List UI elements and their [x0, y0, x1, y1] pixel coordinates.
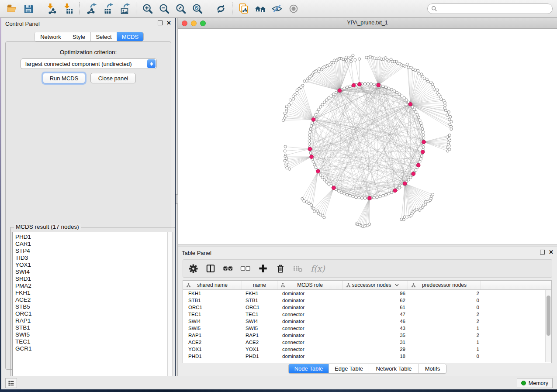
table-row[interactable]: SWI4SWI4dominator462: [183, 318, 551, 325]
table-row[interactable]: STB1STB1dominator620: [183, 297, 551, 304]
mcds-result-item[interactable]: SRD1: [13, 275, 167, 282]
close-icon[interactable]: ✕: [166, 21, 171, 25]
add-column-button[interactable]: [257, 263, 269, 274]
table-row[interactable]: RAP1RAP1dominator352: [183, 332, 551, 339]
delete-column-button[interactable]: [275, 263, 286, 274]
column-type-icon: [280, 283, 285, 288]
delete-table-button[interactable]: [292, 263, 304, 274]
column-header-name[interactable]: name: [242, 281, 277, 289]
table-row[interactable]: ORC1ORC1dominator610: [183, 304, 551, 311]
function-builder-button[interactable]: f(x): [311, 264, 325, 273]
zoom-fit-button[interactable]: [173, 1, 189, 16]
tab-network-table[interactable]: Network Table: [369, 364, 419, 373]
mcds-result-item[interactable]: ACE2: [13, 296, 167, 303]
tab-node-table[interactable]: Node Table: [289, 364, 329, 373]
zoom-selected-button[interactable]: [189, 1, 206, 16]
export-image-button[interactable]: [116, 1, 133, 16]
column-header-mcds-role[interactable]: MCDS role: [277, 281, 343, 289]
new-network-from-selection-icon: [238, 3, 249, 14]
tab-mcds[interactable]: MCDS: [117, 32, 143, 41]
table-row[interactable]: YOX1YOX1connector291: [183, 346, 551, 353]
mcds-result-item[interactable]: PHD1: [13, 234, 167, 241]
table-cell: dominator: [277, 318, 343, 325]
mcds-result-item[interactable]: PMA2: [13, 282, 167, 289]
table-cell: 47: [343, 311, 408, 318]
table-cell: FKH1: [242, 290, 277, 297]
import-table-icon: [62, 3, 74, 14]
desktop-wallpaper-bottom: [0, 389, 557, 392]
select-all-button[interactable]: [222, 263, 234, 274]
mcds-result-item[interactable]: GCR1: [13, 345, 167, 352]
import-table-button[interactable]: [60, 1, 76, 16]
mcds-result-item[interactable]: FKH1: [13, 289, 167, 296]
search-input[interactable]: [437, 4, 552, 13]
table-cell: ACE2: [242, 339, 277, 346]
status-bar: Memory: [0, 376, 557, 389]
table-scrollbar[interactable]: [545, 290, 551, 362]
hide-selected-button[interactable]: [269, 1, 285, 16]
deselect-all-button[interactable]: [240, 263, 251, 274]
table-row[interactable]: ACE2ACE2connector311: [183, 339, 551, 346]
mcds-result-item[interactable]: SWI4: [13, 268, 167, 275]
table-row[interactable]: SWI5SWI5connector431: [183, 325, 551, 332]
mcds-result-item[interactable]: RAP1: [13, 317, 167, 324]
column-header-successor-nodes[interactable]: successor nodes: [343, 281, 408, 289]
column-header-predecessor-nodes[interactable]: predecessor nodes: [408, 281, 481, 289]
table-row[interactable]: TEC1TEC1connector472: [183, 311, 551, 318]
select-stepper-icon: [147, 59, 156, 68]
mcds-result-item[interactable]: TEC1: [13, 338, 167, 345]
tab-style[interactable]: Style: [67, 32, 91, 41]
mcds-result-item[interactable]: TID3: [13, 254, 167, 261]
mcds-result-item[interactable]: SWI5: [13, 331, 167, 338]
table-settings-button[interactable]: [187, 263, 199, 274]
network-window-title: YPA_prune.txt_1: [178, 20, 557, 26]
memory-status-icon: [521, 381, 526, 385]
network-canvas[interactable]: [178, 29, 557, 244]
show-columns-button[interactable]: [205, 263, 216, 274]
mcds-result-item[interactable]: ORC1: [13, 310, 167, 317]
close-panel-button[interactable]: Close panel: [90, 73, 136, 83]
gear-icon: [188, 264, 198, 274]
mcds-result-item[interactable]: CAR1: [13, 241, 167, 248]
zoom-fit-icon: [175, 3, 187, 14]
export-network-button[interactable]: [83, 1, 100, 16]
memory-button[interactable]: Memory: [517, 378, 553, 388]
zoom-selected-icon: [192, 3, 203, 14]
toolbar-separator: [136, 2, 136, 15]
table-row[interactable]: FKH1FKH1dominator962: [183, 290, 551, 297]
optimization-criterion-select[interactable]: largest connected component (undirected): [21, 58, 157, 69]
import-network-button[interactable]: [43, 1, 60, 16]
mcds-scrollbar[interactable]: [167, 232, 173, 387]
table-cell: 0: [408, 304, 481, 311]
show-all-button[interactable]: [285, 1, 302, 16]
network-graph[interactable]: [178, 29, 557, 244]
tab-edge-table[interactable]: Edge Table: [329, 364, 369, 373]
run-mcds-button[interactable]: Run MCDS: [43, 73, 85, 83]
tab-network[interactable]: Network: [35, 32, 67, 41]
refresh-button[interactable]: [212, 1, 229, 16]
float-window-icon[interactable]: [540, 250, 545, 254]
save-button[interactable]: [20, 1, 37, 16]
mcds-result-item[interactable]: YOX1: [13, 261, 167, 268]
zoom-in-button[interactable]: [139, 1, 156, 16]
column-header-shared-name[interactable]: shared name: [183, 281, 242, 289]
table-cell: YOX1: [183, 346, 242, 353]
export-table-button[interactable]: [100, 1, 116, 16]
task-history-button[interactable]: [5, 378, 17, 388]
mcds-result-item[interactable]: STB5: [13, 303, 167, 310]
table-row[interactable]: PHD1PHD1dominator180: [183, 353, 551, 360]
open-button[interactable]: [3, 1, 20, 16]
select-all-icon: [223, 263, 233, 274]
mcds-result-item[interactable]: STP4: [13, 248, 167, 254]
float-window-icon[interactable]: [158, 21, 163, 25]
new-network-from-selection-button[interactable]: [235, 1, 252, 16]
close-icon[interactable]: ✕: [549, 250, 554, 254]
tab-select[interactable]: Select: [91, 32, 117, 41]
table-cell: 43: [343, 325, 408, 332]
memory-label: Memory: [529, 380, 548, 386]
zoom-out-button[interactable]: [156, 1, 173, 16]
first-neighbors-button[interactable]: [252, 1, 269, 16]
table-scrollbar-thumb[interactable]: [547, 296, 550, 336]
mcds-result-item[interactable]: STB1: [13, 324, 167, 331]
tab-motifs[interactable]: Motifs: [419, 364, 446, 373]
